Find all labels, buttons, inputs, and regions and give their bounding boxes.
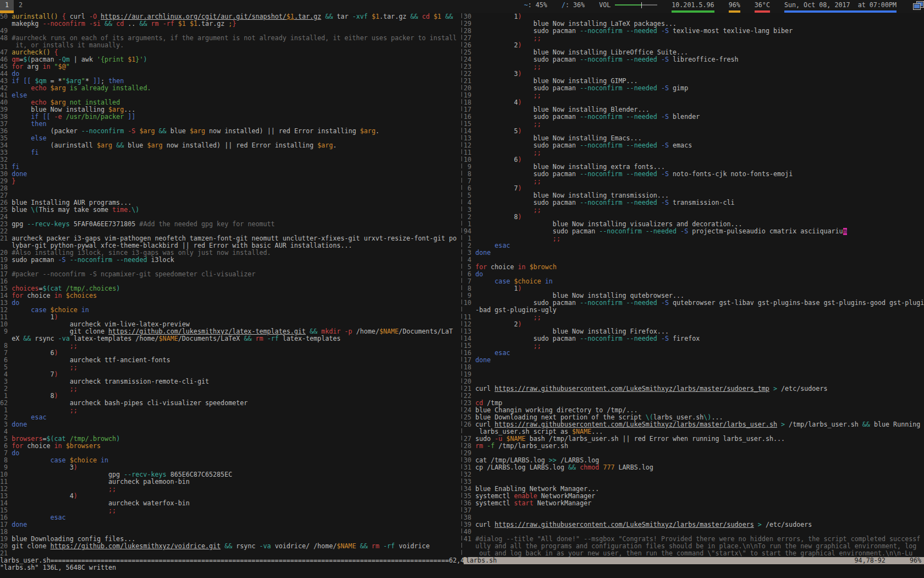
code-line: 17 blue Now installing Blender...: [464, 106, 924, 113]
status-item-volume[interactable]: VOL: [599, 0, 657, 13]
code-line: 26 2): [464, 42, 924, 49]
line-number: 32: [464, 471, 475, 478]
line-number: 10: [0, 321, 12, 328]
code-line: 18 4): [464, 99, 924, 106]
statusline-active-window: larbs.sh94,78-9296%: [464, 557, 924, 564]
line-number: 3: [0, 378, 12, 385]
code-line: 1 ;;: [0, 407, 460, 414]
volume-slider[interactable]: [615, 2, 657, 8]
workspace-button-2[interactable]: 2: [14, 0, 28, 10]
code-line: 31 fi: [0, 163, 460, 171]
line-number: 50: [0, 13, 12, 20]
code-line: 40 echo $arg not installed: [0, 99, 460, 106]
line-number: 19: [464, 371, 475, 378]
line-number: 8: [464, 171, 475, 178]
code-line: 34 blue Enabling Network Manager...: [464, 486, 924, 493]
code-line: larbs_user.sh script as $NAME...: [464, 428, 924, 435]
line-number: 1: [464, 235, 475, 242]
line-number: 10: [464, 156, 475, 163]
code-line: 9 blue Now installing extra fonts...: [464, 163, 924, 171]
code-line: 3 done: [464, 249, 924, 257]
line-number: 9: [0, 464, 12, 471]
line-number: 1: [0, 392, 12, 400]
workspace-label: 2: [19, 2, 23, 9]
line-number: 14: [464, 128, 475, 135]
status-item-battery: 96%: [729, 0, 740, 13]
line-number: 30: [464, 457, 475, 464]
vim-pane-left[interactable]: 50 aurinstall() { curl -O https://aur.ar…: [0, 13, 460, 557]
line-number: 6: [0, 443, 12, 450]
vertical-split-separator[interactable]: [460, 13, 464, 557]
code-line: 13 do: [0, 299, 460, 307]
code-line: 11 aurcheck palemoon-bin: [0, 478, 460, 486]
line-number: 44: [0, 70, 12, 78]
code-line: 9 blue Now installing qutebrowser...: [464, 292, 924, 299]
line-number: 23: [464, 63, 475, 70]
code-line: 28: [0, 185, 460, 192]
code-line: 24: [0, 214, 460, 221]
code-line: 12 sudo pacman --noconfirm --needed -S e…: [464, 142, 924, 149]
code-line: 18: [0, 264, 460, 271]
code-line: 1 8): [0, 392, 460, 400]
status-item-text: 36°C: [755, 2, 770, 9]
line-number: 31: [464, 464, 475, 471]
code-line: 32: [0, 156, 460, 163]
line-number: 48: [0, 35, 12, 42]
code-line: 37 then: [0, 121, 460, 128]
code-line: 22 3): [464, 70, 924, 78]
line-number: 43: [0, 78, 12, 85]
code-line: 2 8): [464, 214, 924, 221]
code-line: 26 curl https://raw.githubusercontent.co…: [464, 421, 924, 428]
code-line: 21 aurcheck packer i3-gaps vim-pathogen …: [0, 235, 460, 242]
line-number: 7: [0, 450, 12, 457]
code-line: 30 1): [464, 13, 924, 20]
line-number: 24: [0, 214, 12, 221]
code-line: 62 aurcheck bash-pipes cli-visualizer sp…: [0, 400, 460, 407]
network-tray-icon[interactable]: [913, 1, 924, 10]
workspace-list: 12: [0, 0, 28, 13]
vim-pane-right[interactable]: 30 1)29 blue Now installing LaTeX packag…: [464, 13, 924, 557]
line-number: 14: [464, 335, 475, 342]
status-item-text: VOL: [599, 2, 610, 9]
line-number: 8: [0, 457, 12, 464]
code-line: 9 3): [0, 464, 460, 471]
code-line: out and log back in as your new user, th…: [464, 550, 924, 557]
status-item-underline: [755, 10, 770, 13]
line-number: 2: [0, 385, 12, 392]
code-line: 20 git clone https://github.com/lukesmit…: [0, 543, 460, 550]
line-number: 31: [0, 163, 12, 171]
code-line: 2 ;;: [0, 385, 460, 392]
code-line: 34 (aurinstall $arg && blue $arg now ins…: [0, 142, 460, 149]
line-number: 12: [0, 307, 12, 314]
line-number: 6: [464, 185, 475, 192]
vim-command-line: "larbs.sh" 136L, 5648C written: [0, 564, 924, 571]
status-item-disk-home: ~: 45%: [524, 0, 547, 13]
workspace-button-1[interactable]: 1: [0, 0, 14, 10]
line-number: 13: [0, 299, 12, 307]
code-line: 17 done: [0, 521, 460, 528]
line-number: 28: [0, 185, 12, 192]
code-line: 28 sudo pacman --noconfirm --needed -S t…: [464, 28, 924, 35]
code-line: lybar-git python-pywal xfce-theme-blackb…: [0, 242, 460, 249]
code-line: 7 case $choice in: [464, 278, 924, 285]
line-number: 25: [464, 414, 475, 421]
code-line: 16 esac: [0, 514, 460, 521]
line-number: 16: [0, 278, 12, 285]
line-number: 35: [0, 135, 12, 142]
line-number: 30: [464, 13, 475, 20]
code-line: 26 blue Installing AUR programs...: [0, 199, 460, 206]
code-line: 22: [0, 228, 460, 235]
line-number: 19: [0, 536, 12, 543]
line-number: 3: [464, 206, 475, 214]
code-line: 30 done: [0, 171, 460, 178]
line-number: 38: [0, 113, 12, 121]
code-line: 6 for choice in $browsers: [0, 443, 460, 450]
code-line: 14 aurcheck waterfox-bin: [0, 500, 460, 507]
statusline-inactive-window: larbs_user.sh===========================…: [0, 557, 464, 564]
code-line: 27 ;;: [464, 35, 924, 42]
code-line: 24 sudo pacman --noconfirm --needed -S l…: [464, 56, 924, 63]
code-line: 33 fi: [0, 149, 460, 156]
line-number: 2: [0, 414, 12, 421]
line-number: 21: [464, 385, 475, 392]
code-line: 36 (packer --noconfirm -S $arg && blue $…: [0, 128, 460, 135]
